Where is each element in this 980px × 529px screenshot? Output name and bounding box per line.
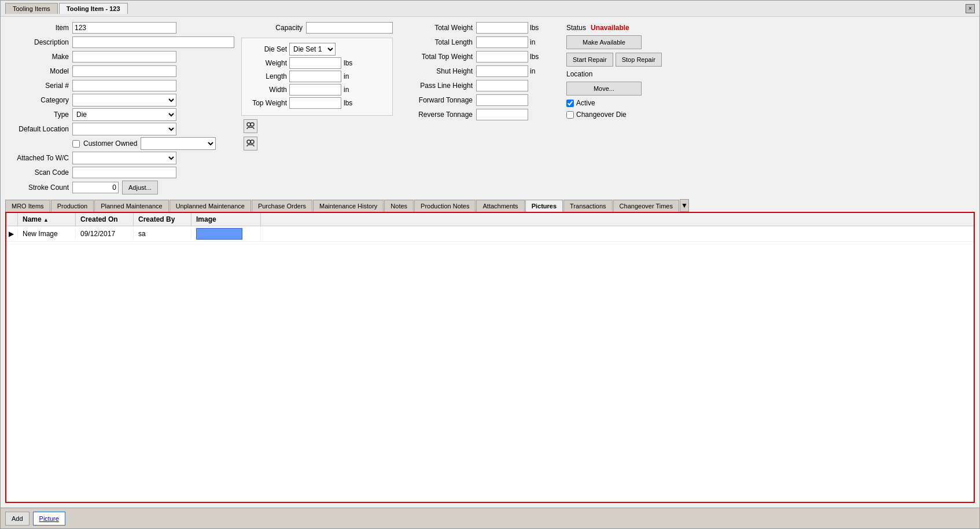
tab-tooling-items[interactable]: Tooling Items <box>5 3 58 14</box>
active-checkbox[interactable] <box>566 100 574 107</box>
grid-cell-createdby: sa <box>134 228 191 240</box>
tab-notes[interactable]: Notes <box>384 200 414 212</box>
svg-point-0 <box>247 123 250 126</box>
pass-line-height-input[interactable] <box>476 80 528 91</box>
serial-input[interactable] <box>72 80 176 91</box>
reverse-tonnage-row: Reverse Tonnage <box>397 108 559 121</box>
tab-production-notes[interactable]: Production Notes <box>414 200 476 212</box>
default-location-select[interactable] <box>72 123 176 135</box>
grid-col-createdon[interactable]: Created On <box>76 213 134 226</box>
tab-unplanned-maintenance[interactable]: Unplanned Maintenance <box>170 200 251 212</box>
add-button[interactable]: Add <box>5 512 30 526</box>
shut-height-input[interactable] <box>476 65 528 77</box>
customer-owned-label: Customer Owned <box>83 139 137 148</box>
die-set-topweight-label: Top Weight <box>246 99 287 107</box>
total-top-weight-unit: lbs <box>530 53 539 61</box>
type-select[interactable]: Die <box>72 108 176 121</box>
grid-cell-image <box>191 226 261 241</box>
adjust-button[interactable]: Adjust... <box>122 181 158 194</box>
forward-tonnage-input[interactable] <box>476 94 528 106</box>
serial-row: Serial # <box>5 79 234 92</box>
start-repair-button[interactable]: Start Repair <box>566 53 613 67</box>
tab-planned-maintenance[interactable]: Planned Maintenance <box>94 200 168 212</box>
description-input[interactable] <box>72 36 234 48</box>
stop-repair-button[interactable]: Stop Repair <box>616 53 662 67</box>
attached-wc-select[interactable] <box>72 152 176 164</box>
title-bar: Tooling Items Tooling Item - 123 × <box>1 1 979 17</box>
tab-purchase-orders[interactable]: Purchase Orders <box>252 200 312 212</box>
grid-col-createdby[interactable]: Created By <box>134 213 191 226</box>
capacity-input[interactable] <box>306 22 393 34</box>
grid-col-name[interactable]: Name ▲ <box>18 213 76 226</box>
tab-attachments[interactable]: Attachments <box>476 200 524 212</box>
grid-cell-createdon: 09/12/2017 <box>76 228 134 240</box>
die-set-length-label: Length <box>246 72 287 80</box>
changeover-die-label: Changeover Die <box>576 111 627 119</box>
die-set-width-input[interactable] <box>289 84 341 95</box>
status-row: Status Unavailable <box>566 24 677 32</box>
icon-button-1[interactable] <box>244 119 257 133</box>
tab-scroll-button[interactable]: ▼ <box>680 199 689 212</box>
die-set-length-input[interactable] <box>289 71 341 82</box>
make-input[interactable] <box>72 51 176 63</box>
shut-height-unit: in <box>530 67 535 75</box>
die-set-topweight-unit: lbs <box>344 99 352 107</box>
repair-buttons: Start Repair Stop Repair <box>566 53 677 67</box>
total-weight-input[interactable] <box>476 22 528 34</box>
tab-production[interactable]: Production <box>51 200 94 212</box>
customer-owned-checkbox[interactable] <box>72 140 80 148</box>
stroke-count-label: Stroke Count <box>5 183 69 192</box>
svg-point-1 <box>250 123 254 126</box>
grid-cell-name: New Image <box>18 228 76 240</box>
form-area: Item Description Make Model Serial # <box>5 21 975 194</box>
total-top-weight-field: lbs <box>476 51 539 63</box>
die-set-weight-input[interactable] <box>289 57 341 69</box>
image-thumbnail <box>196 228 242 240</box>
picture-button[interactable]: Picture <box>33 512 65 526</box>
total-top-weight-row: Total Top Weight lbs <box>397 50 559 63</box>
pass-line-height-row: Pass Line Height <box>397 79 559 92</box>
die-set-weight-row: Weight lbs <box>246 57 388 69</box>
type-row: Type Die <box>5 108 234 121</box>
svg-point-3 <box>250 140 254 144</box>
customer-owned-select[interactable] <box>141 137 216 150</box>
shut-height-row: Shut Height in <box>397 65 559 78</box>
grid-cell-expand: ▶ <box>6 229 18 239</box>
die-set-width-row: Width in <box>246 84 388 95</box>
model-input[interactable] <box>72 65 176 77</box>
move-button[interactable]: Move... <box>566 82 642 95</box>
changeover-die-checkbox[interactable] <box>566 111 574 119</box>
tab-mro-items[interactable]: MRO Items <box>5 200 50 212</box>
die-set-length-unit: in <box>344 72 349 80</box>
total-length-row: Total Length in <box>397 36 559 49</box>
category-select[interactable] <box>72 94 176 106</box>
icon-button-2[interactable] <box>244 137 257 150</box>
tab-maintenance-history[interactable]: Maintenance History <box>313 200 384 212</box>
close-button[interactable]: × <box>966 4 975 13</box>
grid-col-image[interactable]: Image <box>191 213 261 226</box>
active-label: Active <box>576 99 595 107</box>
die-set-topweight-row: Top Weight lbs <box>246 97 388 109</box>
tab-transactions[interactable]: Transactions <box>563 200 613 212</box>
die-set-length-row: Length in <box>246 71 388 82</box>
capacity-row: Capacity <box>239 21 393 34</box>
die-set-topweight-input[interactable] <box>289 97 341 109</box>
table-row[interactable]: ▶ New Image 09/12/2017 sa <box>6 226 974 242</box>
tab-tooling-item-123[interactable]: Tooling Item - 123 <box>59 3 128 14</box>
category-label: Category <box>5 96 69 104</box>
make-row: Make <box>5 50 234 63</box>
make-available-button[interactable]: Make Available <box>566 35 642 49</box>
tab-changeover-times[interactable]: Changeover Times <box>613 200 679 212</box>
tab-pictures[interactable]: Pictures <box>525 200 563 212</box>
total-top-weight-input[interactable] <box>476 51 528 63</box>
scan-code-input[interactable] <box>72 167 176 178</box>
total-length-input[interactable] <box>476 36 528 48</box>
stroke-count-input[interactable] <box>72 182 119 193</box>
shut-height-label: Shut Height <box>397 67 473 75</box>
grid-col-createdon-label: Created On <box>80 215 118 223</box>
grid-header: Name ▲ Created On Created By Image <box>6 213 974 226</box>
pass-line-height-field <box>476 80 528 91</box>
item-input[interactable] <box>72 22 176 34</box>
reverse-tonnage-input[interactable] <box>476 109 528 120</box>
die-set-select[interactable]: Die Set 1 Die Set 2 <box>289 43 336 56</box>
